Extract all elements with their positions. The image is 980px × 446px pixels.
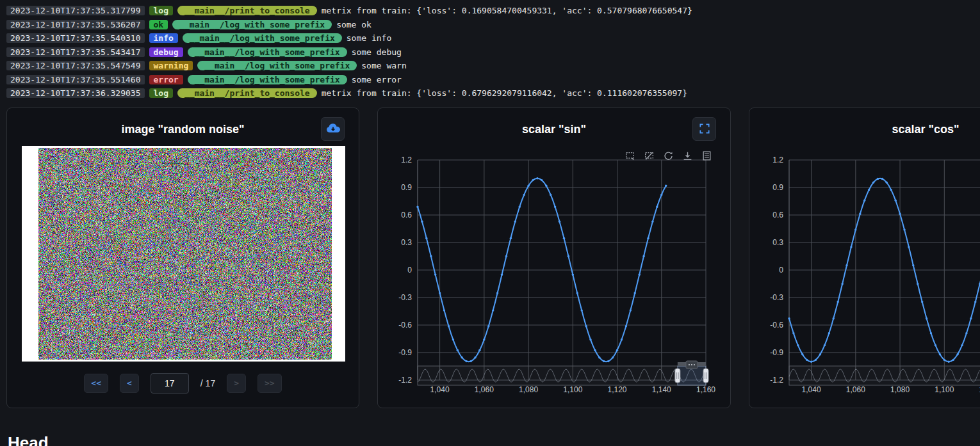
svg-text:-0.6: -0.6 [770, 321, 783, 330]
log-line: 2023-12-10T17:37:35.543417debug__main__/… [6, 45, 974, 60]
log-timestamp: 2023-12-10T17:37:35.551460 [6, 75, 145, 84]
save-image-icon[interactable] [682, 150, 693, 161]
cards-row: image "random noise" << < / 17 > >> sc [0, 108, 980, 408]
card-title: scalar "sin" [378, 123, 730, 136]
box-clear-icon[interactable] [644, 150, 655, 161]
svg-text:1,140: 1,140 [652, 385, 671, 394]
datazoom-window[interactable] [675, 361, 708, 385]
svg-text:-0.3: -0.3 [398, 293, 412, 302]
noise-image [38, 148, 332, 360]
logger-name-pill: __main__/print_to_console [177, 6, 317, 15]
svg-text:1,120: 1,120 [608, 385, 627, 394]
expand-button[interactable] [692, 117, 716, 141]
logger-name-pill: __main__/log_with_some_prefix [183, 33, 342, 43]
last-page-button[interactable]: >> [257, 374, 282, 393]
expand-icon [698, 122, 711, 135]
log-level-badge: warning [149, 61, 193, 70]
image-frame [22, 146, 345, 362]
cloud-download-icon [325, 121, 341, 136]
log-message: some warn [361, 61, 406, 70]
log-timestamp: 2023-12-10T17:37:35.543417 [6, 47, 145, 57]
log-timestamp: 2023-12-10T17:37:35.540310 [6, 33, 145, 43]
next-page-button[interactable]: > [227, 374, 246, 393]
svg-text:1,100: 1,100 [563, 385, 582, 394]
scalar-sin-card: scalar "sin" 1,0401,0601,0801,1001,1201,… [377, 108, 731, 408]
data-view-icon[interactable] [701, 150, 712, 161]
svg-text:1,040: 1,040 [802, 385, 821, 394]
svg-text:-1.2: -1.2 [398, 376, 412, 385]
log-line: 2023-12-10T17:37:35.551460error__main__/… [6, 73, 974, 87]
log-timestamp: 2023-12-10T17:37:35.547549 [6, 61, 145, 70]
svg-text:-0.9: -0.9 [398, 348, 412, 357]
logger-name-pill: __main__/print_to_console [177, 88, 317, 98]
log-timestamp: 2023-12-10T17:37:36.329035 [6, 88, 145, 98]
log-level-badge: ok [149, 20, 168, 29]
log-line: 2023-12-10T17:37:35.536207ok__main__/log… [6, 18, 974, 32]
log-message: metrix from train: {'loss': 0.1690584700… [322, 6, 692, 15]
logger-name-pill: __main__/log_with_some_prefix [188, 47, 347, 57]
log-message: some error [352, 75, 402, 84]
box-select-icon[interactable] [625, 150, 635, 161]
log-line: 2023-12-10T17:37:35.547549warning__main_… [6, 59, 974, 73]
svg-text:0.9: 0.9 [401, 183, 412, 192]
svg-text:0.6: 0.6 [772, 211, 783, 219]
log-level-badge: log [149, 88, 173, 98]
svg-text:1,080: 1,080 [890, 385, 910, 394]
restore-icon[interactable] [663, 150, 674, 161]
svg-text:1.2: 1.2 [401, 155, 412, 164]
dashboard-page: 2023-12-10T17:37:35.317799log__main__/pr… [0, 0, 980, 446]
svg-text:0.9: 0.9 [772, 183, 783, 192]
svg-text:1,100: 1,100 [935, 385, 954, 394]
log-timestamp: 2023-12-10T17:37:35.317799 [6, 6, 145, 15]
cos-chart[interactable]: 1,0401,0601,0801,1001,1201,1401,1601.20.… [749, 108, 980, 409]
svg-text:1,040: 1,040 [430, 385, 450, 394]
svg-text:1.2: 1.2 [772, 155, 783, 164]
prev-page-button[interactable]: < [120, 374, 139, 393]
log-message: some ok [336, 20, 372, 29]
log-message: some debug [352, 47, 402, 57]
log-message: metrix from train: {'loss': 0.6796292079… [322, 88, 687, 98]
log-level-badge: error [149, 75, 183, 84]
svg-text:1,060: 1,060 [846, 385, 865, 394]
svg-text:-0.6: -0.6 [398, 321, 412, 330]
page-number-input[interactable] [151, 373, 189, 394]
image-pager: << < / 17 > >> [7, 373, 359, 394]
log-line: 2023-12-10T17:37:36.329035log__main__/pr… [6, 86, 974, 100]
svg-text:0.3: 0.3 [772, 238, 783, 247]
svg-text:-0.3: -0.3 [770, 293, 783, 302]
log-level-badge: info [149, 33, 178, 43]
log-list: 2023-12-10T17:37:35.317799log__main__/pr… [0, 0, 980, 103]
svg-text:1,080: 1,080 [519, 385, 538, 394]
chart-toolbox [625, 150, 712, 161]
logger-name-pill: __main__/log_with_some_prefix [197, 61, 357, 70]
svg-text:-0.9: -0.9 [770, 348, 783, 357]
log-line: 2023-12-10T17:37:35.317799log__main__/pr… [6, 4, 974, 18]
svg-text:0.6: 0.6 [401, 211, 412, 219]
card-title: image "random noise" [7, 123, 359, 136]
first-page-button[interactable]: << [84, 374, 108, 393]
image-random-noise-card: image "random noise" << < / 17 > >> [6, 108, 359, 408]
scalar-cos-card: scalar "cos" 1,0401,0601,0801,1001,1201,… [749, 108, 980, 408]
svg-text:1,160: 1,160 [696, 385, 715, 394]
log-level-badge: log [149, 6, 173, 15]
log-timestamp: 2023-12-10T17:37:35.536207 [6, 20, 145, 29]
page-total-label: / 17 [200, 378, 215, 388]
section-heading: Head [8, 433, 49, 446]
svg-text:-1.2: -1.2 [770, 376, 783, 385]
logger-name-pill: __main__/log_with_some_prefix [188, 75, 347, 84]
svg-text:0: 0 [779, 266, 783, 275]
svg-text:0: 0 [407, 266, 412, 275]
logger-name-pill: __main__/log_with_some_prefix [172, 20, 332, 29]
log-line: 2023-12-10T17:37:35.540310info__main__/l… [6, 31, 974, 45]
log-message: some info [347, 33, 391, 43]
log-level-badge: debug [149, 47, 183, 57]
card-title: scalar "cos" [749, 123, 980, 136]
cloud-download-button[interactable] [321, 117, 345, 141]
svg-text:0.3: 0.3 [401, 238, 412, 247]
svg-text:1,060: 1,060 [475, 385, 494, 394]
